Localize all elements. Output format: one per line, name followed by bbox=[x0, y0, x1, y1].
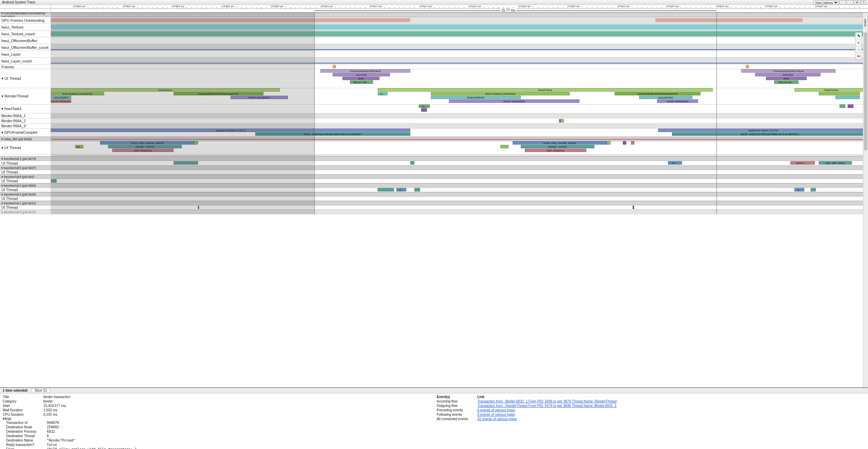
slice[interactable]: draw bbox=[342, 77, 379, 80]
slice[interactable]: Choreographer#doFrame bbox=[741, 69, 835, 73]
event-link[interactable]: 41 events of various types bbox=[477, 417, 517, 421]
slice[interactable]: fence_wait("kgsl-3d0-pid-9564-ctx-6-ts-4… bbox=[255, 132, 411, 136]
slice[interactable] bbox=[623, 141, 626, 145]
process-header[interactable]: ▾ kworker/u8:3 (pid 9676) bbox=[0, 210, 868, 214]
slice[interactable]: Record Vie… bbox=[350, 80, 373, 84]
slice[interactable]: do… bbox=[668, 161, 682, 165]
slice[interactable]: kgsl_idle_check bbox=[819, 161, 851, 165]
help-button[interactable]: ? bbox=[861, 0, 866, 4]
view-options-select[interactable]: View Options bbox=[813, 0, 839, 4]
slice[interactable] bbox=[819, 92, 860, 95]
slice[interactable]: dequeueBuffer bbox=[431, 96, 521, 99]
slice[interactable]: eglSwapBuffersWithDamageKHR bbox=[615, 92, 701, 95]
slice[interactable] bbox=[835, 96, 860, 99]
slice[interactable]: DrawFrame bbox=[378, 88, 713, 92]
process-header[interactable]: ▾ kworker/u8:2 (pid 9628) bbox=[0, 192, 868, 197]
frame-dot-icon[interactable] bbox=[746, 65, 749, 68]
slice[interactable]: wait_pingpong bbox=[112, 149, 174, 152]
slice[interactable]: display_commit bbox=[521, 145, 594, 148]
slice[interactable]: Record Vie… bbox=[774, 80, 798, 84]
vertical-scrollbar[interactable] bbox=[863, 13, 868, 387]
slice[interactable] bbox=[607, 141, 611, 145]
process-header[interactable]: ▾ kworker/u8:1 (pid 9673) bbox=[0, 156, 868, 161]
slice[interactable] bbox=[421, 108, 427, 112]
process-header[interactable]: ▾ kworker/u8:3 (pid 9559) bbox=[0, 183, 868, 188]
event-link[interactable]: Transaction from : Binder:6832_1 From PI… bbox=[477, 399, 616, 403]
nav-back-button[interactable]: ← bbox=[840, 0, 846, 4]
kworker-ui-track: UI Thread d… d… bbox=[0, 188, 868, 192]
tracks-viewport[interactable]: ⬉ + − ⇔ Alerts ▾ com.prefabulated.touchl… bbox=[0, 13, 868, 387]
event-link[interactable]: 8 events of various types bbox=[477, 413, 515, 416]
time-ruler[interactable]: |15400 ms|15402 ms|15404 ms|15406 ms|154… bbox=[51, 5, 868, 8]
slice[interactable] bbox=[559, 119, 561, 123]
pointer-tool[interactable]: ⬉ bbox=[855, 33, 862, 39]
slice[interactable]: binder transaction bbox=[449, 99, 580, 103]
details-panel: 1 item selected: Slice (1) Titlebinder t… bbox=[0, 387, 868, 449]
slice[interactable]: binder transaction bbox=[657, 99, 698, 103]
slice[interactable]: traversal bbox=[755, 73, 821, 76]
slice[interactable]: mdss_mdp_overlay_kickoff bbox=[513, 141, 607, 145]
slice[interactable]: waiting for frame 113713 bbox=[51, 129, 410, 132]
binder-1-track: Binder:9564_1 bbox=[0, 113, 868, 118]
kworker-ui-track: UI Thread bbox=[0, 197, 868, 201]
mdss-ui-thread-track: ▾ UI Thread mdss_mdp_overlay_kickoff ssp… bbox=[0, 141, 868, 155]
slice[interactable] bbox=[410, 161, 414, 165]
slice[interactable]: flush drawing commands bbox=[431, 92, 570, 95]
details-tab-slice[interactable]: Slice (1) bbox=[32, 388, 50, 393]
counter-row: hwui_Layer_count: bbox=[0, 58, 868, 64]
slice[interactable] bbox=[174, 161, 198, 165]
slice[interactable] bbox=[811, 188, 815, 191]
slice[interactable]: wait_pingpong bbox=[525, 149, 586, 152]
event-link[interactable]: Transaction from : RenderThread From PID… bbox=[477, 404, 616, 408]
slice[interactable]: binder transaction bbox=[231, 96, 288, 99]
process-header[interactable]: ▾ kworker/u8:8 (pid 892) bbox=[0, 174, 868, 179]
slice[interactable]: DrawFrame bbox=[794, 88, 868, 92]
binder-3-track: Binder:9564_3 bbox=[0, 124, 868, 129]
process-header[interactable]: ▾ com.prefabulated.touchlatency (pid 956… bbox=[0, 13, 868, 17]
slice[interactable]: fence_wait("kgsl-3d0-pid-9564-ctx-6-ts-4… bbox=[672, 132, 868, 136]
slice[interactable] bbox=[840, 105, 845, 108]
slice[interactable] bbox=[848, 105, 853, 108]
slice[interactable]: adreno_… bbox=[790, 161, 815, 165]
args-toggle[interactable]: ▾Args bbox=[3, 417, 431, 420]
slice[interactable]: traversal bbox=[333, 73, 390, 76]
slice[interactable] bbox=[194, 141, 198, 145]
slice[interactable] bbox=[633, 206, 634, 209]
slice[interactable] bbox=[51, 179, 57, 183]
counter-row: hwui_Layer: bbox=[0, 51, 868, 58]
slice[interactable]: queueBuffer bbox=[51, 96, 71, 99]
process-header[interactable]: ▾ kworker/u8:5 (pid 9667) bbox=[0, 166, 868, 170]
slice[interactable]: Choreographer#doFrame bbox=[320, 69, 410, 73]
slice[interactable] bbox=[631, 141, 634, 145]
slice[interactable]: draw bbox=[766, 77, 807, 80]
slice[interactable]: waiting for frame 113714 bbox=[658, 129, 868, 132]
slice[interactable]: DrawFrame bbox=[51, 88, 280, 92]
slice[interactable]: d… bbox=[396, 188, 406, 191]
slice[interactable]: sh… bbox=[419, 105, 430, 108]
slice[interactable] bbox=[500, 145, 509, 148]
process-header[interactable]: ▾ mdss_fb0 (pid 6848) bbox=[0, 137, 868, 141]
counter-row: hwui_Texture: bbox=[0, 24, 868, 31]
slice[interactable]: flush drawing commands bbox=[51, 92, 104, 95]
slice[interactable] bbox=[414, 188, 420, 191]
nav-end-button[interactable]: ≫ bbox=[854, 0, 860, 4]
slice[interactable]: sy… bbox=[378, 92, 388, 95]
zoom-in-tool[interactable]: + bbox=[855, 39, 862, 46]
slice[interactable] bbox=[198, 206, 199, 209]
frame-dot-icon[interactable] bbox=[333, 65, 336, 68]
alerts-tab[interactable]: Alerts bbox=[863, 13, 868, 33]
nav-forward-button[interactable]: → bbox=[847, 0, 853, 4]
slice[interactable]: ssp… bbox=[75, 145, 83, 148]
zoom-out-tool[interactable]: − bbox=[855, 46, 862, 53]
slice[interactable]: mdss_mdp_overlay_kickoff bbox=[100, 141, 194, 145]
process-header[interactable]: ▾ kworker/u9:1 (pid 9641) bbox=[0, 201, 868, 205]
pan-tool[interactable]: ⇔ bbox=[855, 53, 862, 60]
slice[interactable]: display_commit bbox=[108, 145, 182, 148]
slice[interactable]: binder transaction bbox=[51, 99, 71, 103]
scrollbar-thumb[interactable] bbox=[864, 14, 867, 150]
event-link[interactable]: 6 events of various types bbox=[477, 408, 515, 412]
slice[interactable]: eglSwapBuffersWithDamageKHR bbox=[174, 92, 263, 95]
slice[interactable] bbox=[378, 188, 394, 191]
slice[interactable]: queueBuffer bbox=[639, 96, 692, 99]
slice[interactable]: d… bbox=[794, 188, 804, 191]
